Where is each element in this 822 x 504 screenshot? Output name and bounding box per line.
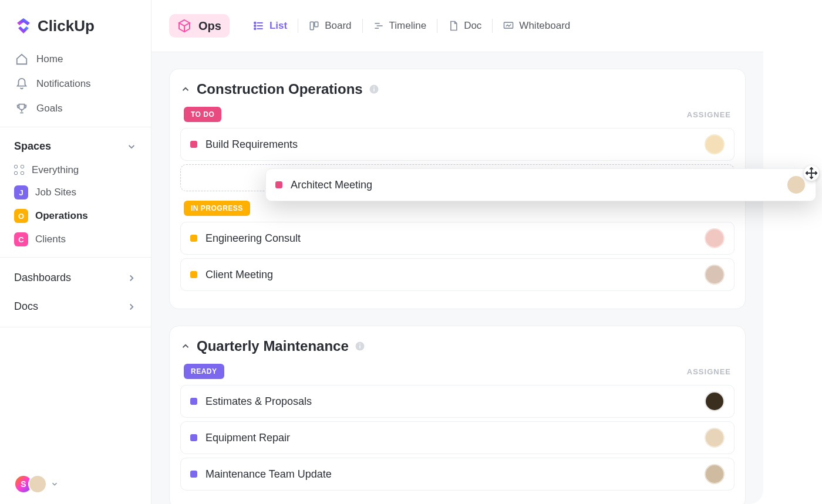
task-row[interactable]: Maintenance Team Update	[180, 458, 735, 491]
trophy-icon	[15, 102, 28, 115]
view-tab-doc[interactable]: Doc	[437, 15, 492, 36]
assignee-avatar[interactable]	[705, 134, 725, 154]
status-dot	[190, 235, 197, 242]
main-content: Ops List Board Timeline Doc	[151, 0, 763, 504]
view-tab-whiteboard[interactable]: Whiteboard	[492, 15, 581, 36]
task-row[interactable]: Estimates & Proposals	[180, 385, 735, 418]
info-icon[interactable]	[369, 84, 379, 94]
svg-rect-6	[310, 22, 314, 29]
divider	[0, 327, 151, 327]
info-icon[interactable]	[355, 341, 365, 351]
task-name: Client Meeting	[206, 269, 273, 281]
everything-icon	[14, 165, 25, 175]
status-dot	[190, 398, 197, 405]
view-tab-board[interactable]: Board	[298, 15, 362, 36]
status-dot	[190, 434, 197, 441]
sidebar-item-label: Dashboards	[14, 272, 71, 284]
user-menu[interactable]: S	[0, 464, 151, 504]
view-tab-label: Timeline	[389, 20, 427, 32]
topbar: Ops List Board Timeline Doc	[151, 0, 763, 52]
sidebar-item-docs[interactable]: Docs	[0, 292, 151, 321]
nav-label: Home	[36, 53, 63, 65]
status-pill[interactable]: READY	[184, 364, 224, 379]
sidebar-item-clients[interactable]: C Clients	[0, 228, 151, 251]
space-chip-label: Ops	[198, 19, 221, 33]
view-tab-label: List	[269, 20, 287, 32]
chevron-down-icon	[50, 480, 59, 488]
doc-icon	[447, 20, 459, 32]
svg-rect-17	[359, 344, 361, 345]
panel-header[interactable]: Construction Operations	[180, 81, 735, 97]
sidebar-item-job-sites[interactable]: J Job Sites	[0, 181, 151, 204]
status-pill[interactable]: TO DO	[184, 107, 221, 122]
svg-rect-13	[373, 89, 375, 92]
status-pill[interactable]: IN PROGRESS	[184, 201, 250, 216]
svg-rect-14	[373, 87, 375, 88]
svg-point-5	[254, 28, 256, 30]
nav-home[interactable]: Home	[7, 47, 144, 72]
task-name: Engineering Consult	[206, 232, 301, 245]
clickup-logo-icon	[14, 16, 33, 35]
sidebar-item-operations[interactable]: O Operations	[0, 204, 151, 228]
sidebar-item-label: Job Sites	[35, 187, 76, 198]
content-area: Construction Operations TO DO ASSIGNEE B…	[151, 52, 763, 504]
sidebar-item-label: Clients	[35, 234, 66, 245]
chevron-right-icon	[126, 273, 137, 283]
panel-header[interactable]: Quarterly Maintenance	[180, 338, 735, 354]
whiteboard-icon	[503, 20, 514, 32]
assignee-avatar[interactable]	[786, 175, 806, 195]
board-icon	[308, 20, 320, 32]
task-row[interactable]: Build Requirements	[180, 128, 735, 161]
chevron-up-icon	[180, 341, 191, 351]
assignee-avatar[interactable]	[705, 428, 725, 448]
space-chip[interactable]: Ops	[169, 14, 230, 38]
view-tab-list[interactable]: List	[242, 15, 298, 36]
task-name: Build Requirements	[206, 138, 298, 151]
task-row[interactable]: Equipment Repair	[180, 421, 735, 454]
list-icon	[253, 20, 265, 32]
assignee-avatar[interactable]	[705, 228, 725, 248]
task-row[interactable]: Engineering Consult	[180, 222, 735, 255]
assignee-avatar[interactable]	[705, 391, 725, 411]
assignee-column-header: ASSIGNEE	[687, 110, 731, 119]
timeline-icon	[373, 20, 385, 32]
sidebar-item-everything[interactable]: Everything	[0, 160, 151, 181]
move-cursor-icon	[804, 165, 819, 181]
bell-icon	[15, 77, 28, 90]
brand-name: ClickUp	[38, 17, 95, 35]
view-tab-label: Whiteboard	[519, 20, 570, 32]
nav-notifications[interactable]: Notifications	[7, 72, 144, 96]
status-dot	[190, 141, 197, 148]
home-icon	[15, 53, 28, 66]
space-badge: J	[14, 185, 28, 199]
status-header: TO DO ASSIGNEE	[180, 107, 735, 128]
task-name: Architect Meeting	[291, 179, 372, 191]
assignee-avatar[interactable]	[705, 464, 725, 484]
sidebar-item-dashboards[interactable]: Dashboards	[0, 263, 151, 292]
task-name: Maintenance Team Update	[206, 468, 332, 481]
nav-label: Notifications	[36, 78, 91, 90]
status-dot	[275, 181, 282, 188]
svg-point-4	[254, 25, 256, 27]
status-dot	[190, 271, 197, 278]
sidebar-item-label: Operations	[35, 210, 88, 222]
assignee-avatar[interactable]	[705, 265, 725, 285]
sidebar-item-label: Everything	[32, 164, 79, 176]
user-avatar	[28, 475, 47, 493]
space-badge: C	[14, 232, 28, 246]
list-panel: Quarterly Maintenance READY ASSIGNEE Est…	[169, 326, 746, 504]
divider	[0, 127, 151, 127]
assignee-column-header: ASSIGNEE	[687, 367, 731, 376]
view-tabs: List Board Timeline Doc Whiteboard	[242, 15, 581, 36]
svg-point-3	[254, 22, 256, 24]
chevron-right-icon	[126, 302, 137, 312]
dragging-task-card[interactable]: Architect Meeting	[265, 168, 816, 201]
spaces-header[interactable]: Spaces	[0, 133, 151, 160]
svg-rect-16	[359, 346, 361, 349]
task-row[interactable]: Client Meeting	[180, 258, 735, 291]
task-name: Estimates & Proposals	[206, 395, 312, 408]
view-tab-label: Board	[325, 20, 351, 32]
view-tab-timeline[interactable]: Timeline	[362, 15, 437, 36]
nav-goals[interactable]: Goals	[7, 96, 144, 121]
sidebar-item-label: Docs	[14, 300, 38, 313]
